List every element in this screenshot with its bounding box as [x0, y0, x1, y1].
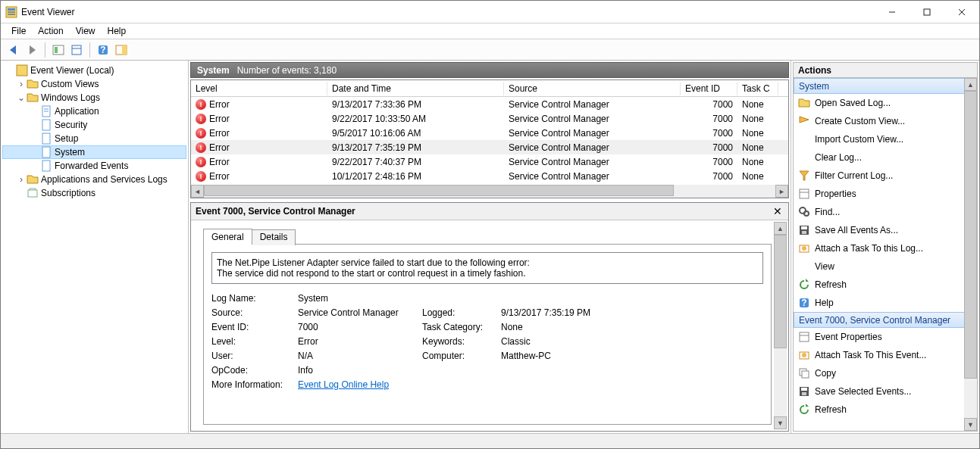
tree-root[interactable]: Event Viewer (Local)	[2, 64, 186, 77]
action-item[interactable]: Create Custom View...	[794, 112, 977, 130]
action-item[interactable]: Refresh	[794, 401, 977, 419]
col-source[interactable]: Source	[504, 82, 681, 95]
svg-rect-12	[72, 45, 81, 55]
svg-marker-28	[800, 171, 809, 180]
panel-button[interactable]	[113, 42, 130, 58]
minimize-button[interactable]	[875, 1, 910, 23]
val-source: Service Control Manager	[298, 307, 419, 318]
action-item[interactable]: ?Help▶	[794, 294, 977, 312]
tree-application[interactable]: Application	[2, 104, 186, 118]
detail-pane: Event 7000, Service Control Manager ✕ Ge…	[190, 202, 789, 432]
menu-view[interactable]: View	[70, 24, 102, 38]
tab-general[interactable]: General	[203, 229, 252, 245]
column-headers[interactable]: Level Date and Time Source Event ID Task…	[191, 80, 788, 97]
more-info-link[interactable]: Event Log Online Help	[298, 379, 389, 390]
help-button[interactable]: ?	[95, 42, 111, 58]
action-item[interactable]: Event Properties	[794, 328, 977, 346]
event-properties: Log Name:System Source:Service Control M…	[211, 293, 763, 390]
action-item[interactable]: Properties	[794, 185, 977, 203]
svg-rect-23	[42, 133, 50, 144]
action-item[interactable]: Clear Log...	[794, 148, 977, 167]
action-icon	[798, 188, 810, 200]
scroll-right-icon[interactable]: ►	[775, 185, 788, 198]
action-item[interactable]: Refresh	[794, 276, 977, 294]
forward-button[interactable]	[23, 42, 40, 58]
tab-details[interactable]: Details	[252, 229, 296, 245]
scroll-up-icon[interactable]: ▲	[774, 222, 787, 235]
col-level[interactable]: Level	[191, 82, 327, 95]
tree-windows-logs[interactable]: ⌄Windows Logs	[2, 91, 186, 104]
menu-action[interactable]: Action	[32, 24, 69, 38]
scroll-up-icon[interactable]: ▲	[964, 78, 977, 91]
svg-rect-3	[8, 14, 15, 15]
action-item[interactable]: Save All Events As...	[794, 221, 977, 239]
col-eid[interactable]: Event ID	[681, 82, 737, 95]
tree-app-services[interactable]: ›Applications and Services Logs	[2, 173, 186, 186]
menu-help[interactable]: Help	[102, 24, 133, 38]
event-grid[interactable]: Level Date and Time Source Event ID Task…	[190, 80, 789, 198]
col-date[interactable]: Date and Time	[327, 82, 504, 95]
col-task[interactable]: Task C	[737, 82, 778, 95]
svg-text:?: ?	[100, 45, 105, 55]
show-tree-button[interactable]	[50, 42, 67, 58]
tree-setup[interactable]: Setup	[2, 132, 186, 145]
scroll-down-icon[interactable]: ▼	[964, 418, 977, 431]
action-item[interactable]: Filter Current Log...	[794, 167, 977, 185]
tree-custom-views[interactable]: ›Custom Views	[2, 77, 186, 91]
actions-section[interactable]: Event 7000, Service Control Manager▲	[794, 312, 977, 328]
maximize-button[interactable]	[910, 1, 944, 23]
event-row[interactable]: !Error10/1/2017 2:48:16 PMService Contro…	[191, 169, 788, 183]
actions-section[interactable]: System▲	[794, 78, 977, 94]
scroll-thumb[interactable]	[204, 185, 674, 196]
menu-file[interactable]: File	[5, 24, 32, 38]
collapse-icon[interactable]: ⌄	[16, 92, 27, 103]
nav-tree[interactable]: Event Viewer (Local) ›Custom Views ⌄Wind…	[1, 61, 189, 433]
action-item[interactable]: Attach Task To This Event...	[794, 346, 977, 364]
tree-subscriptions[interactable]: Subscriptions	[2, 186, 186, 200]
svg-rect-46	[802, 371, 809, 378]
list-header: System Number of events: 3,180	[190, 62, 789, 78]
action-item[interactable]: Attach a Task To this Log...	[794, 239, 977, 257]
event-row[interactable]: !Error9/5/2017 10:16:06 AMService Contro…	[191, 126, 788, 140]
close-button[interactable]	[944, 1, 979, 23]
tree-security[interactable]: Security	[2, 118, 186, 132]
action-item[interactable]: Find...	[794, 203, 977, 221]
error-icon: !	[196, 171, 206, 182]
action-icon	[798, 349, 810, 361]
actions-title: Actions	[793, 62, 978, 78]
action-item[interactable]: Save Selected Events...	[794, 382, 977, 401]
event-row[interactable]: !Error9/22/2017 10:33:50 AMService Contr…	[191, 111, 788, 126]
event-row[interactable]: !Error9/22/2017 7:40:37 PMService Contro…	[191, 154, 788, 169]
action-item[interactable]: View▶	[794, 257, 977, 276]
action-icon	[798, 367, 810, 379]
scroll-down-icon[interactable]: ▼	[774, 416, 787, 429]
properties-button[interactable]	[68, 42, 85, 58]
scroll-left-icon[interactable]: ◄	[191, 185, 204, 198]
action-item[interactable]: Copy▶	[794, 364, 977, 382]
action-item[interactable]: Open Saved Log...	[794, 94, 977, 112]
scroll-thumb[interactable]	[964, 91, 977, 379]
svg-rect-49	[802, 392, 806, 395]
lbl-user: User:	[211, 351, 295, 361]
expand-icon[interactable]: ›	[16, 174, 27, 185]
svg-rect-25	[42, 161, 50, 171]
tree-forwarded[interactable]: Forwarded Events	[2, 159, 186, 173]
event-row[interactable]: !Error9/13/2017 7:33:36 PMService Contro…	[191, 97, 788, 111]
actions-vscrollbar[interactable]: ▲ ▼	[964, 78, 977, 431]
svg-rect-29	[800, 189, 809, 198]
tree-system[interactable]: System	[2, 145, 186, 159]
statusbar	[1, 433, 979, 448]
detail-close-button[interactable]: ✕	[772, 205, 784, 217]
back-button[interactable]	[5, 42, 22, 58]
action-item[interactable]: Import Custom View...	[794, 130, 977, 148]
action-icon	[798, 133, 810, 145]
event-row[interactable]: !Error9/13/2017 7:35:19 PMService Contro…	[191, 140, 788, 154]
svg-rect-34	[801, 226, 807, 229]
expand-icon[interactable]: ›	[16, 79, 27, 89]
grid-hscrollbar[interactable]: ◄ ►	[191, 185, 788, 198]
lbl-keywords: Keywords:	[422, 336, 498, 347]
detail-vscrollbar[interactable]: ▲ ▼	[774, 222, 787, 429]
log-name: System	[197, 65, 230, 76]
scroll-thumb[interactable]	[774, 235, 787, 348]
error-icon: !	[196, 157, 206, 167]
